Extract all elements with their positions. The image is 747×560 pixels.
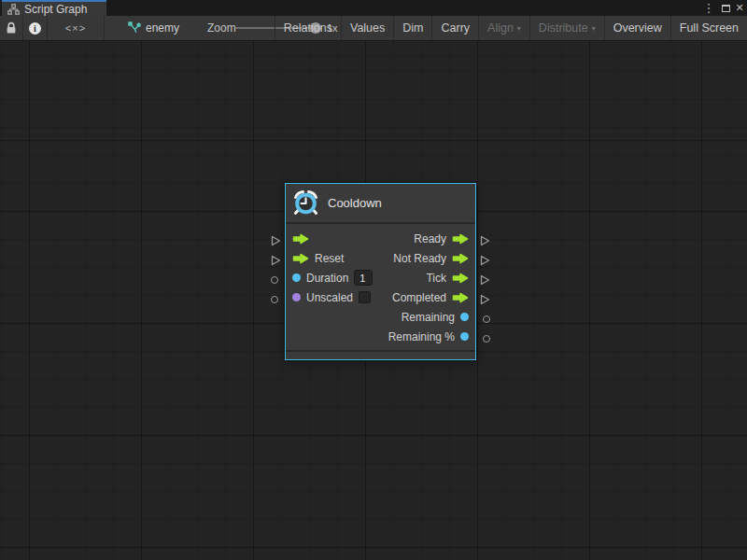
port-label-ready: Ready <box>414 232 446 245</box>
port-label-unscaled: Unscaled <box>306 291 353 304</box>
toolbar-separator <box>104 16 105 40</box>
ready-flow-port[interactable] <box>452 233 469 245</box>
remaining-value-port[interactable] <box>460 313 469 321</box>
values-button[interactable]: Values <box>341 16 393 40</box>
overview-button[interactable]: Overview <box>604 16 670 40</box>
distribute-dropdown[interactable]: Distribute ▾ <box>529 16 604 40</box>
port-label-tick: Tick <box>426 272 446 285</box>
port-row: Reset Not Ready <box>286 248 475 268</box>
tab-label: Script Graph <box>24 3 87 16</box>
info-icon: i <box>29 22 41 35</box>
ready-connector[interactable] <box>480 235 490 246</box>
kebab-icon: ⋮ <box>703 1 715 15</box>
remaining-connector[interactable] <box>483 315 490 323</box>
not-ready-connector[interactable] <box>480 255 490 266</box>
node-footer <box>286 350 475 359</box>
angle-brackets-button[interactable]: <×> <box>48 16 104 40</box>
node-title: Cooldown <box>328 196 382 210</box>
node-body: Ready Reset Not Ready <box>286 224 475 350</box>
carry-button[interactable]: Carry <box>431 16 478 40</box>
unscaled-connector[interactable] <box>271 296 278 303</box>
completed-flow-port[interactable] <box>452 292 469 303</box>
port-label-remaining-pct: Remaining % <box>388 330 455 343</box>
tab-bar: Script Graph ⋮ ✕ <box>0 0 747 16</box>
toolbar-button-group: Relations Values Dim Carry Align ▾ Distr… <box>275 16 747 40</box>
unscaled-checkbox[interactable] <box>359 291 371 303</box>
port-row: Remaining % <box>286 327 475 346</box>
flow-arrow-icon <box>292 233 309 245</box>
completed-connector[interactable] <box>480 294 490 305</box>
remaining-pct-value-port[interactable] <box>460 332 469 341</box>
tick-connector[interactable] <box>480 274 490 286</box>
port-label-remaining: Remaining <box>402 311 455 324</box>
port-row: Duration Tick <box>286 268 475 287</box>
close-icon: ✕ <box>735 2 743 14</box>
unscaled-value-port[interactable] <box>292 293 301 301</box>
breadcrumb-label: enemy <box>146 21 179 35</box>
graph-canvas[interactable]: Cooldown Ready <box>0 41 747 560</box>
cooldown-node[interactable]: Cooldown Ready <box>285 183 476 360</box>
flow-input-port[interactable] <box>292 233 309 245</box>
remaining-pct-connector[interactable] <box>483 335 490 343</box>
duration-connector[interactable] <box>271 276 278 284</box>
cooldown-node-header[interactable]: Cooldown <box>286 184 475 224</box>
tick-flow-port[interactable] <box>452 273 469 284</box>
graph-toolbar: i <×> enemy Zoom 1x Relations Values Dim… <box>0 16 747 41</box>
full-screen-button[interactable]: Full Screen <box>670 16 747 40</box>
graph-reference-icon <box>128 21 141 35</box>
duration-input[interactable] <box>354 270 373 286</box>
flow-input-connector[interactable] <box>271 235 281 246</box>
align-dropdown[interactable]: Align ▾ <box>478 16 529 40</box>
breadcrumb-enemy[interactable]: enemy <box>128 16 179 40</box>
alarm-clock-icon <box>292 189 319 217</box>
lock-button[interactable] <box>0 16 22 40</box>
window-menu-button[interactable]: ⋮ <box>702 0 715 16</box>
relations-button[interactable]: Relations <box>275 16 341 40</box>
chevron-down-icon: ▾ <box>592 24 596 33</box>
port-label-reset: Reset <box>315 252 344 265</box>
duration-value-port[interactable] <box>292 273 301 282</box>
tab-script-graph[interactable]: Script Graph <box>2 0 106 16</box>
port-label-duration: Duration <box>306 272 348 285</box>
script-graph-icon <box>7 4 20 15</box>
info-button[interactable]: i <box>23 16 47 40</box>
window-close-button[interactable]: ✕ <box>732 0 747 16</box>
reset-connector[interactable] <box>271 255 281 266</box>
port-label-completed: Completed <box>392 291 446 304</box>
port-row: Remaining <box>286 307 475 327</box>
port-row: Ready <box>286 229 475 248</box>
maximize-icon <box>722 5 730 12</box>
zoom-label: Zoom <box>207 16 236 40</box>
not-ready-flow-port[interactable] <box>452 253 469 264</box>
reset-flow-port[interactable] <box>292 253 309 264</box>
chevron-down-icon: ▾ <box>517 24 521 33</box>
dim-button[interactable]: Dim <box>393 16 431 40</box>
window-maximize-button[interactable] <box>719 0 732 16</box>
angle-brackets-icon: <×> <box>65 22 86 34</box>
lock-icon <box>6 21 17 35</box>
port-row: Unscaled Completed <box>286 287 475 307</box>
port-label-not-ready: Not Ready <box>393 252 446 265</box>
